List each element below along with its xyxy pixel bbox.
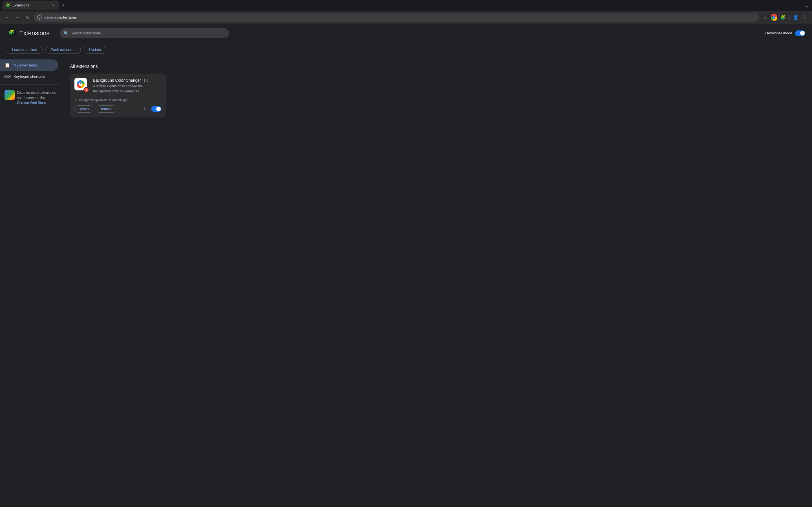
pack-extension-button[interactable]: Pack extension — [45, 46, 81, 54]
address-text: chrome://extensions — [44, 15, 755, 19]
reload-button[interactable]: ↻ — [24, 13, 32, 21]
tab-bar-expand[interactable]: ⌄ — [804, 2, 810, 9]
chrome-web-store-link[interactable]: Chrome Web Store — [17, 101, 46, 105]
developer-mode-label: Developer mode — [765, 31, 792, 35]
page-title: Extensions — [19, 30, 50, 37]
sidebar-discover: Discover more extensions and themes on t… — [0, 87, 61, 109]
extension-enabled-toggle[interactable] — [151, 106, 161, 112]
tab-favicon: 🧩 — [6, 3, 10, 8]
address-input[interactable]: C chrome://extensions — [34, 13, 759, 22]
developer-mode-wrap: Developer mode — [765, 31, 805, 36]
sidebar: 📋 My extensions ⌨ Keyboard shortcuts Dis… — [0, 57, 61, 507]
extension-badge — [84, 87, 89, 93]
extension-id: ID: lobegfamibfgjimoiaknccoaodhkiogb — [74, 97, 161, 102]
sidebar-item-label-my-extensions: My extensions — [13, 63, 37, 67]
browser-frame: 🧩 Extensions ✕ + ⌄ ← → ↻ C chrome://exte… — [0, 0, 812, 507]
sidebar-item-keyboard-shortcuts[interactable]: ⌨ Keyboard shortcuts — [0, 71, 58, 82]
top-bar: 🧩 Extensions 🔍 Developer mode — [0, 24, 812, 42]
extension-version: 1.0 — [144, 78, 148, 82]
keyboard-shortcuts-icon: ⌨ — [4, 73, 10, 79]
sidebar-divider — [0, 84, 61, 84]
remove-button[interactable]: Remove — [96, 105, 117, 113]
site-security-icon: C — [37, 15, 42, 20]
extensions-tab[interactable]: 🧩 Extensions ✕ — [2, 1, 59, 10]
body-split: 📋 My extensions ⌨ Keyboard shortcuts Dis… — [0, 57, 812, 507]
search-icon: 🔍 — [64, 31, 68, 36]
forward-button[interactable]: → — [13, 13, 21, 21]
toolbar-right: ☆ 🧩 👤 ⋮ — [761, 13, 809, 21]
extensions-main: All extensions — [61, 57, 812, 507]
sidebar-item-label-keyboard-shortcuts: Keyboard shortcuts — [13, 74, 45, 78]
my-extensions-icon: 📋 — [4, 62, 10, 68]
svg-text:🧩: 🧩 — [8, 29, 15, 35]
sidebar-item-my-extensions[interactable]: 📋 My extensions — [0, 59, 58, 71]
extensions-page: 🧩 Extensions 🔍 Developer mode Load unpac… — [0, 24, 812, 507]
menu-button[interactable]: ⋮ — [801, 13, 809, 21]
section-title: All extensions — [70, 64, 803, 69]
webstore-thumbnail — [4, 90, 15, 100]
toolbar-divider — [789, 15, 790, 20]
search-input[interactable] — [71, 31, 225, 35]
chrome-color-button[interactable] — [770, 13, 778, 21]
extensions-logo: 🧩 — [7, 27, 16, 39]
tab-title: Extensions — [12, 3, 49, 7]
new-tab-button[interactable]: + — [60, 1, 68, 9]
tab-close-button[interactable]: ✕ — [51, 3, 55, 8]
profile-button[interactable]: 👤 — [792, 13, 800, 21]
address-bar: ← → ↻ C chrome://extensions ☆ — [0, 11, 812, 24]
svg-text:C: C — [39, 16, 41, 19]
update-button[interactable]: Update — [84, 46, 106, 54]
extension-info: Background Color Changer 1.0 A simple ex… — [93, 78, 161, 94]
details-button[interactable]: Details — [74, 105, 93, 113]
extension-name-version: Background Color Changer 1.0 — [93, 78, 161, 82]
extensions-puzzle-button[interactable]: 🧩 — [779, 13, 787, 21]
extension-description: A simple extension to change the backgro… — [93, 83, 161, 94]
developer-mode-toggle[interactable] — [795, 31, 805, 36]
reload-extension-button[interactable]: ↻ — [141, 105, 149, 113]
search-bar[interactable]: 🔍 — [60, 28, 229, 38]
extension-card: Background Color Changer 1.0 A simple ex… — [70, 73, 166, 117]
svg-point-2 — [772, 16, 775, 19]
discover-text: Discover more extensions and themes on t… — [17, 91, 56, 100]
bookmark-button[interactable]: ☆ — [761, 13, 769, 21]
extension-name: Background Color Changer — [93, 78, 141, 82]
extension-card-header: Background Color Changer 1.0 A simple ex… — [74, 78, 161, 94]
extension-icon-wrap — [74, 78, 89, 93]
action-bar: Load unpacked Pack extension Update — [0, 42, 812, 57]
tab-bar: 🧩 Extensions ✕ + ⌄ — [0, 0, 812, 11]
extension-card-footer: Details Remove ↻ — [74, 105, 161, 113]
back-button[interactable]: ← — [3, 13, 11, 21]
load-unpacked-button[interactable]: Load unpacked — [7, 46, 43, 54]
